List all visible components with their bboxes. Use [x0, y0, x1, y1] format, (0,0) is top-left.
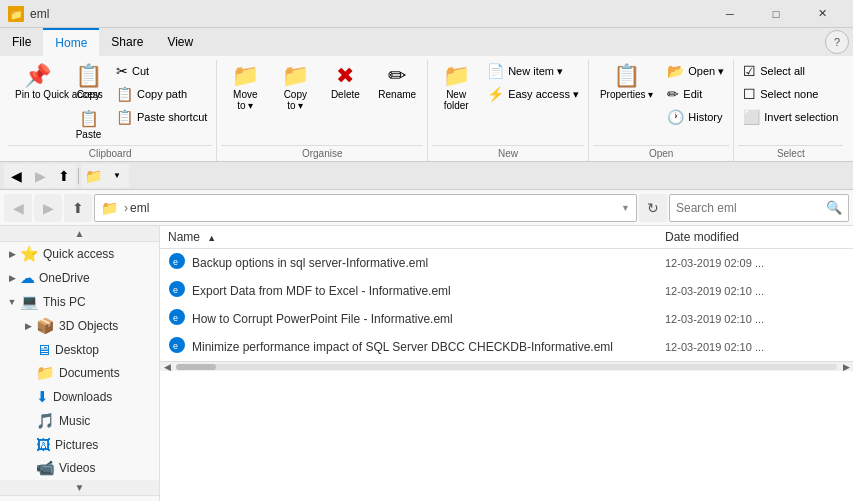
copy-to-button[interactable]: 📁 Copyto ▾: [271, 60, 319, 116]
tab-file[interactable]: File: [0, 28, 43, 56]
move-to-button[interactable]: 📁 Moveto ▾: [221, 60, 269, 116]
quick-access-label: Quick access: [43, 247, 114, 261]
sidebar-item-pictures[interactable]: 🖼 Pictures: [0, 433, 159, 456]
pin-to-quick-access-button[interactable]: 📌 Pin to Quick access: [8, 60, 66, 105]
search-input[interactable]: [676, 201, 826, 215]
sidebar-item-desktop[interactable]: 🖥 Desktop: [0, 338, 159, 361]
maximize-button[interactable]: □: [753, 0, 799, 28]
select-none-button[interactable]: ☐ Select none: [738, 83, 843, 105]
file-date: 12-03-2019 02:10 ...: [665, 313, 845, 325]
open-button[interactable]: 📂 Open ▾: [662, 60, 729, 82]
sidebar-item-documents[interactable]: 📁 Documents: [0, 361, 159, 385]
paste-button[interactable]: 📋 Paste: [68, 106, 109, 145]
move-to-icon: 📁: [232, 65, 259, 87]
clipboard-sub-buttons: 📋 Copy 📋 Paste: [68, 60, 109, 145]
invert-selection-button[interactable]: ⬜ Invert selection: [738, 106, 843, 128]
quick-access-toolbar: ◀ ▶ ⬆ 📁 ▼: [0, 162, 853, 190]
hscroll-left[interactable]: ◀: [160, 362, 174, 372]
window-title: eml: [30, 7, 707, 21]
ribbon-tabs: File Home Share View ?: [0, 28, 853, 56]
organise-buttons: 📁 Moveto ▾ 📁 Copyto ▾ ✖ Delete ✏ Rename: [221, 60, 423, 145]
tab-view[interactable]: View: [155, 28, 205, 56]
delete-icon: ✖: [336, 65, 354, 87]
documents-icon: 📁: [36, 364, 55, 382]
sidebar-item-quick-access[interactable]: ▶ ⭐ Quick access: [0, 242, 159, 266]
clipboard-group: 📌 Pin to Quick access 📋 Copy 📋 Paste: [4, 60, 217, 161]
downloads-icon: ⬇: [36, 388, 49, 406]
select-all-button[interactable]: ☑ Select all: [738, 60, 843, 82]
minimize-button[interactable]: ─: [707, 0, 753, 28]
qat-dropdown-button[interactable]: ▼: [105, 164, 129, 188]
table-row[interactable]: e Backup options in sql server-Informati…: [160, 249, 853, 277]
easy-access-button[interactable]: ⚡ Easy access ▾: [482, 83, 584, 105]
hscroll-right[interactable]: ▶: [839, 362, 853, 372]
sidebar-scroll-up[interactable]: ▲: [0, 226, 159, 242]
sidebar-item-music[interactable]: 🎵 Music: [0, 409, 159, 433]
delete-button[interactable]: ✖ Delete: [321, 60, 369, 105]
nav-back-button[interactable]: ◀: [4, 194, 32, 222]
qat-folder-icon[interactable]: 📁: [81, 164, 105, 188]
file-date: 12-03-2019 02:10 ...: [665, 341, 845, 353]
select-label: Select: [738, 145, 843, 161]
table-row[interactable]: e Minimize performance impact of SQL Ser…: [160, 333, 853, 361]
address-folder-icon: 📁: [101, 200, 118, 216]
copy-to-icon: 📁: [282, 65, 309, 87]
paste-shortcut-button[interactable]: 📋 Paste shortcut: [111, 106, 212, 128]
new-item-icon: 📄: [487, 63, 504, 79]
table-row[interactable]: e Export Data from MDF to Excel - Inform…: [160, 277, 853, 305]
sidebar-scroll-down[interactable]: ▼: [0, 480, 159, 496]
sidebar-item-3d-objects[interactable]: ▶ 📦 3D Objects: [0, 314, 159, 338]
table-row[interactable]: e How to Corrupt PowerPoint File - Infor…: [160, 305, 853, 333]
back-button[interactable]: ◀: [4, 164, 28, 188]
sort-icon: ▲: [207, 233, 216, 243]
help-button[interactable]: ?: [825, 30, 849, 54]
refresh-button[interactable]: ↻: [639, 194, 667, 222]
music-icon: 🎵: [36, 412, 55, 430]
tab-share[interactable]: Share: [99, 28, 155, 56]
hscroll-thumb[interactable]: [176, 364, 216, 370]
edit-button[interactable]: ✏ Edit: [662, 83, 729, 105]
forward-button[interactable]: ▶: [28, 164, 52, 188]
file-name: Export Data from MDF to Excel - Informat…: [192, 284, 665, 298]
ribbon: File Home Share View ? 📌 Pin to Quick ac…: [0, 28, 853, 162]
file-name: How to Corrupt PowerPoint File - Informa…: [192, 312, 665, 326]
videos-icon: 📹: [36, 459, 55, 477]
new-folder-button[interactable]: 📁 Newfolder: [432, 60, 480, 116]
horizontal-scrollbar[interactable]: ◀ ▶: [160, 361, 853, 371]
rename-button[interactable]: ✏ Rename: [371, 60, 423, 105]
select-group: ☑ Select all ☐ Select none ⬜ Invert sele…: [734, 60, 847, 161]
svg-text:e: e: [173, 285, 178, 295]
new-item-button[interactable]: 📄 New item ▾: [482, 60, 584, 82]
paste-shortcut-icon: 📋: [116, 109, 133, 125]
copy-button[interactable]: 📋 Copy: [68, 60, 109, 105]
music-label: Music: [59, 414, 90, 428]
cut-icon: ✂: [116, 63, 128, 79]
properties-button[interactable]: 📋 Properties ▾: [593, 60, 660, 105]
new-label: New: [432, 145, 584, 161]
tab-home[interactable]: Home: [43, 28, 99, 56]
file-list-header: Name ▲ Date modified: [160, 226, 853, 249]
nav-forward-button[interactable]: ▶: [34, 194, 62, 222]
easy-access-icon: ⚡: [487, 86, 504, 102]
address-box[interactable]: 📁 › eml ▼: [94, 194, 637, 222]
search-box[interactable]: 🔍: [669, 194, 849, 222]
header-date: Date modified: [665, 230, 845, 244]
desktop-icon: 🖥: [36, 341, 51, 358]
history-button[interactable]: 🕐 History: [662, 106, 729, 128]
sidebar-item-videos[interactable]: 📹 Videos: [0, 456, 159, 480]
select-buttons: ☑ Select all ☐ Select none ⬜ Invert sele…: [738, 60, 843, 145]
expand-icon: ▶: [4, 249, 20, 259]
sidebar-item-downloads[interactable]: ⬇ Downloads: [0, 385, 159, 409]
hscroll-track[interactable]: [176, 364, 837, 370]
copy-path-button[interactable]: 📋 Copy path: [111, 83, 212, 105]
clipboard-buttons: 📌 Pin to Quick access 📋 Copy 📋 Paste: [8, 60, 212, 145]
history-icon: 🕐: [667, 109, 684, 125]
nav-up-button[interactable]: ⬆: [64, 194, 92, 222]
sidebar-item-this-pc[interactable]: ▼ 💻 This PC: [0, 290, 159, 314]
up-button[interactable]: ⬆: [52, 164, 76, 188]
file-name: Minimize performance impact of SQL Serve…: [192, 340, 665, 354]
close-button[interactable]: ✕: [799, 0, 845, 28]
cut-button[interactable]: ✂ Cut: [111, 60, 212, 82]
sidebar-item-onedrive[interactable]: ▶ ☁ OneDrive: [0, 266, 159, 290]
file-icon: e: [168, 280, 186, 302]
